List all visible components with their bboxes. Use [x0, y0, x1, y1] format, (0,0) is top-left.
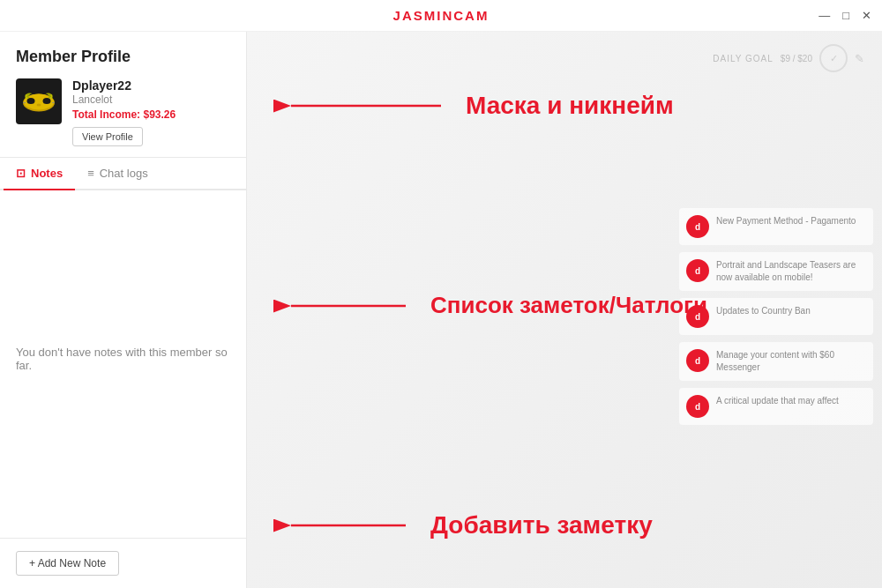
list-item: d Updates to Country Ban — [679, 298, 873, 335]
list-item: d New Payment Method - Pagamento — [679, 208, 873, 245]
profile-details: Dplayer22 Lancelot Total Income: $93.26 … — [72, 78, 230, 146]
svg-point-5 — [43, 98, 51, 104]
daily-goal-value: $9 / $20 — [781, 54, 812, 63]
notes-content: You don't have notes with this member so… — [0, 190, 246, 538]
svg-point-4 — [27, 98, 35, 104]
notif-text: Manage your content with $60 Messenger — [716, 349, 866, 374]
notif-avatar: d — [686, 305, 709, 328]
add-note-area: + Add New Note — [0, 538, 246, 588]
left-panel: Member Profile — [0, 32, 247, 588]
profile-info: Dplayer22 Lancelot Total Income: $93.26 … — [16, 78, 230, 146]
income-text-label: Total Income: — [72, 108, 140, 121]
notif-avatar: d — [686, 349, 709, 372]
maximize-button[interactable]: □ — [842, 10, 849, 21]
daily-goal-bar: DAILY GOAL $9 / $20 ✓ ✎ — [713, 44, 864, 72]
edit-icon[interactable]: ✎ — [855, 52, 864, 65]
logo-text-1: JASMIN — [393, 8, 454, 23]
notif-text: New Payment Method - Pagamento — [716, 215, 856, 227]
daily-goal-label: DAILY GOAL — [713, 54, 774, 63]
tab-notes-label: Notes — [31, 167, 63, 180]
tab-chatlogs-label: Chat logs — [100, 167, 148, 180]
tab-chatlogs[interactable]: ≡ Chat logs — [75, 158, 161, 190]
notif-avatar: d — [686, 395, 709, 418]
income-label: Total Income: $93.26 — [72, 108, 230, 121]
svg-point-6 — [37, 104, 41, 107]
titlebar: JASMINCAM — □ ✕ — [0, 0, 882, 32]
username-label: Dplayer22 — [72, 78, 230, 93]
notif-text: Portrait and Landscape Teasers are now a… — [716, 259, 866, 284]
list-item: d Manage your content with $60 Messenger — [679, 342, 873, 381]
add-note-button[interactable]: + Add New Note — [16, 551, 119, 576]
notif-text: Updates to Country Ban — [716, 305, 811, 317]
tab-notes[interactable]: ⊡ Notes — [4, 158, 75, 190]
notif-avatar: d — [686, 259, 709, 282]
profile-header: Member Profile — [0, 32, 246, 158]
list-item: d A critical update that may affect — [679, 388, 873, 425]
profile-title: Member Profile — [16, 48, 230, 66]
empty-notes-message: You don't have notes with this member so… — [16, 346, 230, 372]
minimize-button[interactable]: — — [818, 10, 830, 21]
avatar — [16, 78, 62, 124]
notif-text: A critical update that may affect — [716, 395, 839, 407]
mask-icon — [21, 84, 56, 119]
main-layout: Member Profile — [0, 32, 882, 588]
goal-circle: ✓ — [819, 44, 848, 72]
close-button[interactable]: ✕ — [862, 10, 871, 21]
logo-text-2: CAM — [453, 8, 489, 23]
tabs: ⊡ Notes ≡ Chat logs — [0, 158, 246, 190]
realname-label: Lancelot — [72, 93, 230, 106]
notes-tab-icon: ⊡ — [16, 167, 26, 180]
list-item: d Portrait and Landscape Teasers are now… — [679, 252, 873, 291]
window-controls[interactable]: — □ ✕ — [818, 10, 871, 21]
app-logo: JASMINCAM — [393, 8, 490, 23]
chatlogs-tab-icon: ≡ — [87, 167, 94, 180]
income-value: $93.26 — [143, 108, 176, 121]
view-profile-button[interactable]: View Profile — [72, 127, 143, 146]
right-panel: DAILY GOAL $9 / $20 ✓ ✎ d New Payment Me… — [247, 32, 882, 588]
notif-avatar: d — [686, 215, 709, 238]
notifications-list: d New Payment Method - Pagamento d Portr… — [679, 208, 873, 425]
